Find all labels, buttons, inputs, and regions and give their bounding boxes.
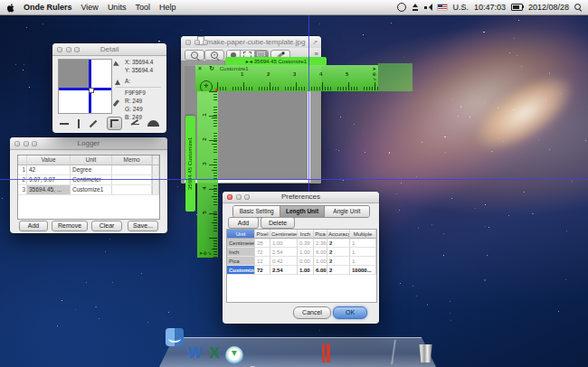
col-value[interactable]: Value [27, 155, 71, 165]
remove-button[interactable]: Remove [52, 221, 88, 231]
downloads-icon[interactable] [225, 346, 243, 364]
tab-length-unit[interactable]: Length Unit [280, 206, 324, 217]
vertical-line-tool-icon[interactable] [78, 119, 80, 128]
eject-icon[interactable] [412, 4, 419, 11]
star [365, 152, 365, 153]
star [319, 24, 320, 24]
menu-units[interactable]: Units [108, 3, 127, 12]
battery-icon[interactable] [511, 4, 523, 11]
menu-tool[interactable]: Tool [135, 3, 150, 12]
star [147, 322, 148, 323]
volume-icon[interactable] [424, 4, 432, 12]
v-ruler-number: 3 [202, 162, 207, 165]
cell: 2 [327, 248, 350, 257]
clear-button[interactable]: Clear [91, 221, 122, 231]
delete-unit-button[interactable]: Delete [261, 217, 295, 229]
preferences-titlebar[interactable]: Preferences [223, 192, 379, 203]
menu-view[interactable]: View [81, 3, 99, 12]
logger-titlebar[interactable]: Logger [10, 137, 167, 150]
minimize-button[interactable] [66, 47, 71, 52]
cancel-button[interactable]: Cancel [293, 306, 331, 319]
image-window-titlebar[interactable]: make-paper-cube-template.jpg ↗ [181, 36, 321, 49]
onde-rulers-icon[interactable] [322, 343, 330, 362]
input-language-label[interactable]: U.S. [452, 3, 469, 12]
ruler-hub[interactable]: × ↻ + [195, 65, 217, 91]
zoom-in-button[interactable] [204, 50, 224, 61]
cell: Pica [227, 257, 255, 266]
word-icon[interactable]: W [185, 344, 204, 362]
tab-angle-unit[interactable]: Angle Unit [325, 206, 369, 217]
input-language-flag-icon[interactable] [438, 5, 447, 11]
unit-row-customize1[interactable]: Customize1722.541.006.00210000... [227, 266, 376, 275]
protractor-tool-icon[interactable] [147, 120, 159, 127]
v-ruler-end-icons[interactable]: ➤⊕↘ [199, 251, 212, 257]
ruler-rotate-icon[interactable]: ↻ [209, 65, 214, 72]
zoom-button[interactable] [203, 40, 208, 45]
star [565, 279, 566, 280]
close-button[interactable] [57, 47, 62, 52]
sync-icon[interactable] [397, 3, 406, 12]
angle-tool-icon[interactable] [131, 119, 138, 128]
menu-help[interactable]: Help [159, 3, 176, 12]
logger-row-3[interactable]: 335694.45, ...Customize1 [18, 185, 159, 195]
logger-table: Value Unit Memo 142Degree29.07, 9.07Cent… [17, 155, 160, 220]
add-unit-button[interactable]: Add [228, 217, 259, 229]
col-inch[interactable]: Inch [298, 230, 314, 239]
star [443, 233, 444, 234]
col-pixel[interactable]: Pixel [255, 230, 270, 239]
ok-button[interactable]: OK [333, 306, 367, 319]
close-button[interactable] [227, 194, 232, 200]
zoom-button[interactable] [32, 141, 37, 146]
resize-icon[interactable]: ↗ [312, 39, 318, 45]
col-accuracy[interactable]: Accuracy [327, 230, 350, 239]
logger-row-1[interactable]: 142Degree [18, 165, 159, 175]
col-unit[interactable]: Unit [71, 155, 112, 165]
star [340, 117, 341, 118]
tab-basic-setting[interactable]: Basic Setting [233, 206, 280, 217]
minimize-button[interactable] [194, 40, 200, 45]
vertical-ruler[interactable]: 12345 ➤⊕↘ [197, 91, 218, 258]
star [391, 23, 392, 24]
star [484, 279, 486, 281]
unit-row-centimeter[interactable]: Centimeter281.000.392.3621 [227, 239, 376, 248]
close-button[interactable] [14, 141, 20, 146]
minimize-button[interactable] [24, 141, 29, 146]
h-ruler-end-icons[interactable]: ➤⊕↘ [372, 67, 376, 82]
minimize-button[interactable] [236, 194, 242, 200]
corner-tool-button-selected[interactable] [107, 117, 122, 130]
col-multiple[interactable]: Multiple [350, 230, 376, 239]
star [363, 34, 364, 35]
logger-row-2[interactable]: 29.07, 9.07Centimeter [18, 175, 159, 185]
clock-date[interactable]: 2012/08/28 [528, 3, 569, 12]
cell: 1 [350, 248, 376, 257]
horizontal-line-tool-icon[interactable] [60, 123, 69, 125]
zoom-button[interactable] [244, 194, 250, 200]
unit-row-pica[interactable]: Pica120.420.001.0021 [227, 257, 376, 266]
col-memo[interactable]: Memo [112, 155, 152, 165]
add-button[interactable]: Add [19, 221, 48, 231]
star [488, 227, 489, 228]
unit-row-inch[interactable]: Inch722.541.006.0021 [227, 248, 376, 257]
detail-titlebar[interactable]: Detail [52, 43, 166, 56]
horizontal-ruler[interactable]: Customize1 12345 ➤⊕↘ [217, 65, 378, 91]
spotlight-icon[interactable] [574, 4, 583, 12]
finder-icon[interactable] [166, 328, 184, 346]
zoom-out-button[interactable] [185, 50, 204, 61]
scrollbar[interactable] [152, 155, 159, 165]
col-centimeter[interactable]: Centimeter [270, 230, 298, 239]
star [450, 320, 451, 321]
col-unit[interactable]: Unit [227, 230, 255, 239]
app-menu-title[interactable]: Onde Rulers [24, 3, 72, 12]
excel-icon[interactable]: X [205, 344, 223, 362]
apple-menu-icon[interactable] [6, 3, 16, 13]
col-pica[interactable]: Pica [314, 230, 327, 239]
close-button[interactable] [185, 40, 191, 45]
detail-window: Detail X: 35694.4 Y: 35694.4 A: F9F9F9 R… [52, 43, 166, 133]
zoom-button[interactable] [74, 47, 80, 52]
save-button[interactable]: Save... [128, 221, 158, 231]
ruler-close-icon[interactable]: × [198, 65, 202, 72]
star [75, 309, 76, 310]
cell [112, 175, 152, 184]
clock-time[interactable]: 10:47:03 [474, 3, 506, 12]
diagonal-line-tool-icon[interactable] [90, 119, 97, 127]
